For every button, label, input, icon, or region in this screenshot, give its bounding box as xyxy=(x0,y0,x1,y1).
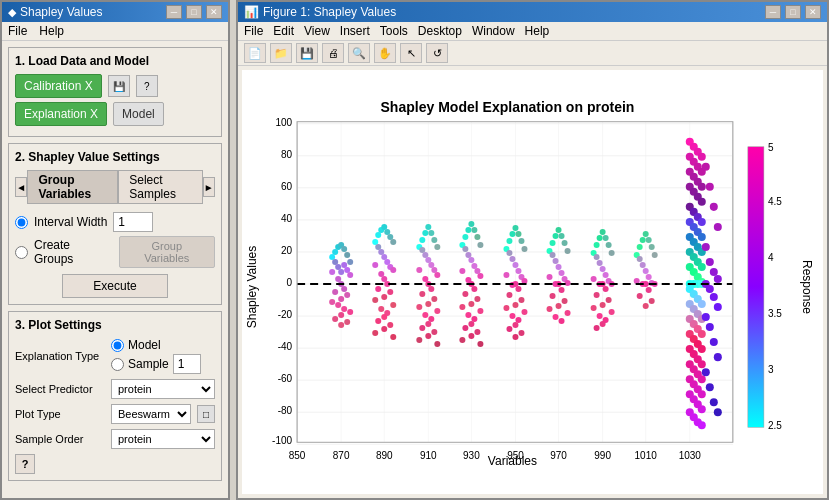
svg-point-83 xyxy=(384,259,390,265)
tab-select-samples[interactable]: Select Samples xyxy=(118,170,202,204)
svg-point-155 xyxy=(465,312,471,318)
svg-point-247 xyxy=(652,252,658,258)
maximize-button[interactable]: □ xyxy=(186,5,202,19)
svg-point-221 xyxy=(609,250,615,256)
tab-group-variables[interactable]: Group Variables xyxy=(27,170,118,204)
svg-point-260 xyxy=(643,303,649,309)
fig-menu-file[interactable]: File xyxy=(244,24,263,38)
figure-title-bar: 📊 Figure 1: Shapley Values ─ □ ✕ xyxy=(238,2,827,22)
figure-close-button[interactable]: ✕ xyxy=(805,5,821,19)
svg-point-130 xyxy=(425,333,431,339)
svg-point-201 xyxy=(559,270,565,276)
svg-point-137 xyxy=(471,227,477,233)
group-variables-button[interactable]: Group Variables xyxy=(119,236,215,268)
help-icon-section1[interactable]: ? xyxy=(136,75,158,97)
svg-point-216 xyxy=(594,242,600,248)
interval-width-radio[interactable] xyxy=(15,216,28,229)
svg-point-98 xyxy=(375,318,381,324)
svg-text:850: 850 xyxy=(289,450,306,461)
svg-point-109 xyxy=(434,244,440,250)
svg-point-141 xyxy=(465,252,471,258)
select-predictor-label: Select Predictor xyxy=(15,383,105,395)
svg-point-237 xyxy=(597,313,603,319)
svg-point-184 xyxy=(521,309,527,315)
plot-type-select[interactable]: Beeswarm xyxy=(111,404,191,424)
svg-text:-80: -80 xyxy=(278,405,293,416)
svg-point-344 xyxy=(714,275,722,283)
svg-point-220 xyxy=(606,242,612,248)
svg-point-162 xyxy=(477,341,483,347)
svg-point-140 xyxy=(462,246,468,252)
fig-menu-insert[interactable]: Insert xyxy=(340,24,370,38)
toolbar-save[interactable]: 💾 xyxy=(296,43,318,63)
y-axis-label: Shapley Values xyxy=(245,246,259,329)
close-button[interactable]: ✕ xyxy=(206,5,222,19)
toolbar-pan[interactable]: ✋ xyxy=(374,43,396,63)
svg-point-78 xyxy=(387,234,393,240)
toolbar-select[interactable]: ↖ xyxy=(400,43,422,63)
colorbar-tick-3.5: 3.5 xyxy=(768,308,782,319)
figure-maximize-button[interactable]: □ xyxy=(785,5,801,19)
svg-point-349 xyxy=(702,313,710,321)
help-button-section3[interactable]: ? xyxy=(15,454,35,474)
sample-radio[interactable] xyxy=(111,358,124,371)
svg-point-46 xyxy=(332,249,338,255)
menu-help[interactable]: Help xyxy=(39,24,64,38)
svg-point-192 xyxy=(550,240,556,246)
svg-point-152 xyxy=(468,301,474,307)
svg-point-197 xyxy=(565,248,571,254)
svg-point-158 xyxy=(462,325,468,331)
interval-width-input[interactable] xyxy=(113,212,153,232)
svg-point-138 xyxy=(474,234,480,240)
sample-order-label: Sample Order xyxy=(15,433,105,445)
svg-point-210 xyxy=(556,303,562,309)
toolbar-print[interactable]: 🖨 xyxy=(322,43,344,63)
fig-menu-tools[interactable]: Tools xyxy=(380,24,408,38)
sample-number-input[interactable] xyxy=(173,354,201,374)
svg-point-189 xyxy=(518,330,524,336)
fig-menu-desktop[interactable]: Desktop xyxy=(418,24,462,38)
svg-point-351 xyxy=(710,338,718,346)
prev-tab-arrow[interactable]: ◄ xyxy=(15,177,27,197)
execute-button[interactable]: Execute xyxy=(62,274,167,298)
toolbar-open[interactable]: 📁 xyxy=(270,43,292,63)
svg-point-244 xyxy=(643,231,649,237)
svg-point-355 xyxy=(710,398,718,406)
predictor-select[interactable]: protein xyxy=(111,379,215,399)
calibration-x-button[interactable]: Calibration X xyxy=(15,74,102,98)
toolbar-rotate[interactable]: ↺ xyxy=(426,43,448,63)
create-groups-radio[interactable] xyxy=(15,246,28,259)
svg-point-324 xyxy=(698,375,706,383)
svg-point-55 xyxy=(341,262,347,268)
svg-point-88 xyxy=(381,276,387,282)
left-panel-title: Shapley Values xyxy=(20,5,103,19)
svg-point-143 xyxy=(471,263,477,269)
fig-menu-help[interactable]: Help xyxy=(525,24,550,38)
svg-point-199 xyxy=(553,258,559,264)
fig-menu-window[interactable]: Window xyxy=(472,24,515,38)
svg-point-50 xyxy=(344,252,350,258)
model-radio[interactable] xyxy=(111,339,124,352)
menu-file[interactable]: File xyxy=(8,24,27,38)
svg-point-111 xyxy=(422,252,428,258)
next-tab-arrow[interactable]: ► xyxy=(203,177,215,197)
svg-point-304 xyxy=(698,300,706,308)
figure-title: Figure 1: Shapley Values xyxy=(263,5,396,19)
svg-point-243 xyxy=(640,237,646,243)
svg-point-312 xyxy=(698,330,706,338)
svg-point-67 xyxy=(341,306,347,312)
explanation-x-button[interactable]: Explanation X xyxy=(15,102,107,126)
toolbar-new[interactable]: 📄 xyxy=(244,43,266,63)
toolbar-zoom[interactable]: 🔍 xyxy=(348,43,370,63)
fig-menu-edit[interactable]: Edit xyxy=(273,24,294,38)
sample-order-select[interactable]: protein xyxy=(111,429,215,449)
figure-minimize-button[interactable]: ─ xyxy=(765,5,781,19)
fig-menu-view[interactable]: View xyxy=(304,24,330,38)
model-button[interactable]: Model xyxy=(113,102,164,126)
minimize-button[interactable]: ─ xyxy=(166,5,182,19)
svg-point-240 xyxy=(594,325,600,331)
plot-type-checkbox[interactable]: □ xyxy=(197,405,215,423)
save-icon[interactable]: 💾 xyxy=(108,75,130,97)
svg-point-74 xyxy=(375,232,381,238)
svg-point-170 xyxy=(506,250,512,256)
